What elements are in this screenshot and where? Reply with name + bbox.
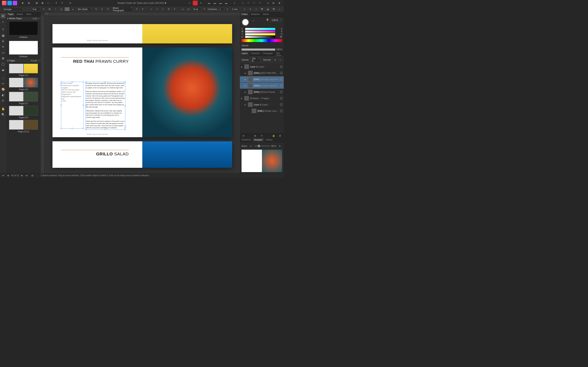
frame-text-tool[interactable]: T (1, 27, 6, 32)
ruler-horizontal[interactable]: mm (44, 12, 240, 16)
snapping-icon[interactable]: ⧲ (193, 1, 198, 6)
justify-icon[interactable]: ≣ (166, 7, 171, 12)
master-pages-header[interactable]: ▾Master Pages ▯▯▯⋯ (6, 17, 41, 20)
frame-panel-icon[interactable]: ▯ (242, 7, 247, 12)
arrange-icon[interactable]: ▬ (212, 1, 217, 6)
spread-thumb-6-7[interactable]: Pages 6,7 (9, 92, 38, 105)
tab-colour[interactable]: Colour (240, 12, 249, 17)
body-frame-selected[interactable]: Roughly chop the coriander. Remove and d… (86, 82, 125, 130)
ellipse-tool[interactable]: ◯ (1, 62, 6, 67)
italic-button[interactable]: I (53, 7, 58, 12)
opacity-value[interactable]: 100 % (277, 48, 282, 50)
lock-icon[interactable]: 🔒 (266, 18, 269, 21)
tab-stock[interactable]: Stock (25, 12, 33, 17)
zoom-out-icon[interactable]: ⊖ (249, 143, 253, 149)
expand-icon[interactable]: ▸ (245, 85, 247, 87)
delete-layer-icon[interactable]: 🗑 (278, 133, 283, 138)
tab-navigator[interactable]: Navigator (252, 138, 264, 142)
char-style-dropdown[interactable]: [No Style] (76, 7, 93, 11)
first-page-button[interactable]: ⏮ (2, 174, 5, 176)
page-4[interactable]: RED THAI PRAWN CURRY 1 carrot, sliced 1 … (52, 48, 142, 137)
hue-strip[interactable] (242, 39, 282, 42)
zoom-in-icon[interactable]: ⊕ (277, 143, 282, 149)
layer-row[interactable]: ▸[IDML] (1 carrot, sliced ¶1 s (240, 83, 284, 89)
arrange-icon[interactable]: ▬ (207, 1, 212, 6)
master-a-thumb[interactable]: A-Master (9, 21, 38, 38)
picture-frame-tool[interactable]: ⊠ (1, 56, 6, 61)
vector-crop-tool[interactable]: ✂ (1, 81, 6, 86)
align-icon[interactable]: ▯ (232, 1, 237, 6)
font-variant-icon[interactable]: ⋮ (26, 7, 30, 12)
size-stepper-icon[interactable]: ▾ (42, 7, 46, 12)
pen-tool[interactable]: ✎ (1, 44, 6, 49)
spread-thumb-2-3[interactable]: Pages 2,3 (9, 64, 38, 76)
spread-thumb-10-11[interactable]: Pages 10,11 (9, 120, 38, 133)
layer-row[interactable]: [IDML] (Simple cooks for (240, 108, 284, 114)
flip-h-icon[interactable]: ◁ (240, 1, 245, 6)
layer-visibility-checkbox[interactable] (280, 78, 283, 81)
opacity-slider[interactable] (242, 49, 275, 50)
view-mode-icon[interactable]: ▣ (40, 1, 45, 6)
text-in-port[interactable] (60, 83, 62, 86)
spread-thumb-8-9[interactable]: Pages 8,9 (9, 106, 38, 119)
ingredients-frame-selected[interactable]: 1 carrot, sliced 1 small bunch coriander… (61, 82, 84, 129)
prev-page-button[interactable]: ◀ (7, 174, 9, 176)
font-size-input[interactable]: 9 pt (31, 7, 40, 11)
pages-header[interactable]: ▾Pages ⇥▯▯▯⋯ (6, 59, 41, 62)
valign-top-icon[interactable]: ⬒ (260, 7, 264, 12)
preview-icon[interactable]: 👁 (68, 1, 73, 6)
list-bullet-icon[interactable]: •≡ (181, 7, 185, 12)
affinity-publisher-icon[interactable] (13, 1, 17, 5)
color-picker-tool[interactable]: ✐ (1, 98, 6, 103)
valign-bot-icon[interactable]: ⬔ (271, 7, 276, 12)
columns-input[interactable]: 1 (218, 7, 224, 11)
char-panel-icon[interactable]: fi (248, 7, 252, 12)
spread-4-5[interactable]: RED THAI PRAWN CURRY 1 carrot, sliced 1 … (52, 48, 232, 137)
boolean-icon[interactable]: ● (265, 1, 270, 6)
align-right-icon[interactable]: ≡ (161, 7, 165, 12)
spread-6-7[interactable]: GRILLO SALAD (52, 141, 232, 168)
leading-input[interactable]: 15 pt (192, 7, 201, 11)
affinity-designer-icon[interactable] (7, 1, 12, 5)
para-panel-icon[interactable]: ≡ (254, 7, 259, 12)
align-left-icon[interactable]: ≡ (149, 7, 154, 12)
layer-row[interactable]: ▸ (B-Master - 2 Pages) (240, 95, 284, 101)
layer-visibility-checkbox[interactable] (280, 72, 283, 74)
move-tool[interactable]: ➤ (1, 13, 6, 18)
cyan-slider[interactable] (245, 28, 275, 30)
shape-tool[interactable]: ◒ (1, 67, 6, 72)
layer-opacity[interactable]: 100 % (250, 57, 261, 63)
zoom-slider[interactable] (255, 146, 270, 146)
para-panel-icon[interactable]: ¶ (140, 7, 145, 12)
expand-icon[interactable]: ▸ (245, 78, 247, 81)
layer-visibility-checkbox[interactable] (280, 84, 283, 87)
persona-icon[interactable]: ◨ (26, 1, 31, 6)
table-tool[interactable]: ▦ (1, 33, 6, 38)
master-b-thumb[interactable]: B-Master (9, 41, 38, 58)
page-5[interactable] (142, 48, 232, 137)
expand-icon[interactable]: ▸ (245, 104, 247, 106)
layer-visibility-checkbox[interactable] (280, 103, 283, 106)
layer-visibility-checkbox[interactable] (280, 91, 283, 93)
black-slider[interactable] (245, 36, 275, 38)
layer-settings-icon[interactable]: ⚙ (273, 57, 277, 62)
expand-icon[interactable]: ▸ (241, 97, 243, 100)
pages-options-icon[interactable]: ⋯ (38, 59, 40, 62)
eyedropper-icon[interactable]: ✐ (251, 18, 256, 23)
zoom-tool[interactable]: 🔍 (1, 112, 6, 117)
tab-character[interactable]: Character (249, 51, 261, 56)
colour-well[interactable] (242, 18, 249, 26)
rotate-ccw-icon[interactable]: ↶ (251, 1, 256, 6)
single-icon[interactable]: ▯ (33, 59, 34, 62)
arrange-icon[interactable]: ▬ (218, 1, 223, 6)
goto-icon[interactable]: ⇥ (30, 59, 32, 62)
gutter-input[interactable]: 2 mm (231, 7, 240, 11)
crop-tool[interactable]: ⟂ (1, 75, 6, 80)
mask-icon[interactable]: ◈ (241, 133, 246, 138)
tab-layers[interactable]: Layers (240, 51, 249, 56)
text-out-port[interactable] (124, 126, 126, 128)
list-number-icon[interactable]: 1≡ (186, 7, 191, 12)
tab-stroke[interactable]: Stroke (261, 12, 270, 17)
master-options-icon[interactable]: ⋯ (38, 17, 40, 20)
artistic-text-tool[interactable]: A (1, 39, 6, 44)
